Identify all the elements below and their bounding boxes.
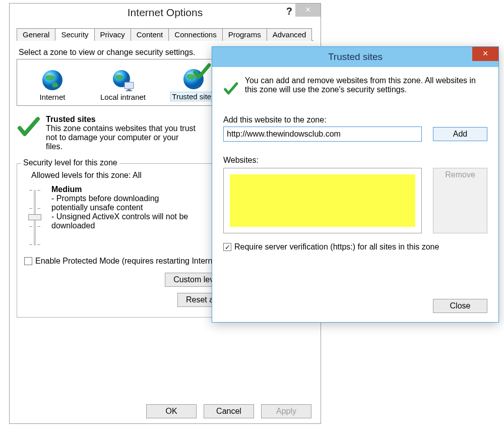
slider-thumb[interactable] bbox=[28, 214, 41, 220]
checkmark-icon bbox=[223, 76, 239, 101]
help-icon[interactable]: ? bbox=[286, 6, 292, 17]
trusted-heading: Trusted sites bbox=[46, 115, 197, 124]
tab-connections[interactable]: Connections bbox=[168, 28, 222, 41]
ts-intro: You can add and remove websites from thi… bbox=[223, 76, 487, 101]
add-button[interactable]: Add bbox=[433, 127, 487, 141]
websites-label: Websites: bbox=[223, 156, 487, 165]
close-icon[interactable]: × bbox=[472, 47, 498, 61]
io-titlebar: Internet Options ? × bbox=[10, 4, 321, 23]
highlighted-region bbox=[230, 174, 415, 227]
zone-label: Local intranet bbox=[88, 93, 158, 101]
tab-general[interactable]: General bbox=[17, 28, 55, 41]
tab-programs[interactable]: Programs bbox=[222, 28, 267, 41]
ts-titlebar: Trusted sites × bbox=[212, 47, 498, 67]
level-detail-2: - Unsigned ActiveX controls will not be … bbox=[51, 212, 193, 230]
remove-button[interactable]: Remove bbox=[433, 168, 487, 233]
io-title: Internet Options bbox=[128, 7, 203, 19]
globe-monitor-icon bbox=[111, 69, 135, 92]
io-footer: OK Cancel Apply bbox=[146, 404, 311, 418]
zone-internet[interactable]: Internet bbox=[17, 69, 88, 101]
close-button[interactable]: Close bbox=[433, 299, 487, 313]
checkmark-icon bbox=[17, 115, 41, 139]
protected-mode-checkbox[interactable] bbox=[24, 257, 32, 265]
zone-label: Internet bbox=[17, 93, 88, 101]
ok-button[interactable]: OK bbox=[146, 404, 197, 418]
cancel-button[interactable]: Cancel bbox=[204, 404, 254, 418]
tab-security[interactable]: Security bbox=[55, 28, 94, 41]
tab-content[interactable]: Content bbox=[131, 28, 169, 41]
trusted-description: This zone contains websites that you tru… bbox=[46, 124, 197, 151]
tabstrip: General Security Privacy Content Connect… bbox=[17, 28, 313, 41]
ts-intro-text: You can add and remove websites from thi… bbox=[245, 76, 487, 101]
group-legend: Security level for this zone bbox=[21, 158, 119, 167]
globe-icon bbox=[41, 69, 64, 92]
trusted-sites-dialog: Trusted sites × You can add and remove w… bbox=[212, 46, 499, 323]
svg-rect-2 bbox=[124, 82, 134, 89]
require-https-checkbox[interactable]: ✓ bbox=[223, 243, 231, 251]
zone-local-intranet[interactable]: Local intranet bbox=[88, 69, 158, 101]
websites-listbox[interactable] bbox=[223, 168, 422, 233]
ts-title: Trusted sites bbox=[328, 51, 383, 63]
level-detail-1: - Prompts before downloading potentially… bbox=[51, 194, 193, 212]
zone-label: Trusted sites bbox=[170, 92, 216, 101]
close-icon[interactable]: × bbox=[295, 4, 321, 17]
require-https-label: Require server verification (https:) for… bbox=[234, 242, 439, 252]
level-name: Medium bbox=[51, 185, 193, 194]
globe-check-icon bbox=[182, 68, 205, 91]
add-website-label: Add this website to the zone: bbox=[223, 115, 487, 124]
security-level-slider[interactable] bbox=[28, 190, 42, 245]
website-url-input[interactable] bbox=[223, 127, 422, 142]
tab-advanced[interactable]: Advanced bbox=[267, 28, 312, 41]
apply-button[interactable]: Apply bbox=[261, 404, 311, 418]
tab-privacy[interactable]: Privacy bbox=[94, 28, 131, 41]
svg-rect-3 bbox=[128, 89, 131, 90]
svg-rect-4 bbox=[126, 90, 132, 91]
